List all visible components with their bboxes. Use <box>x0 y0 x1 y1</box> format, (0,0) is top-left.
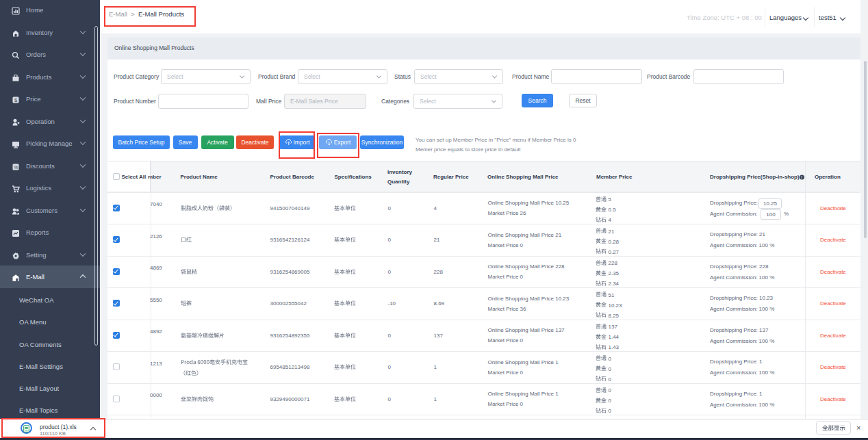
svg-text:%: % <box>14 164 18 170</box>
